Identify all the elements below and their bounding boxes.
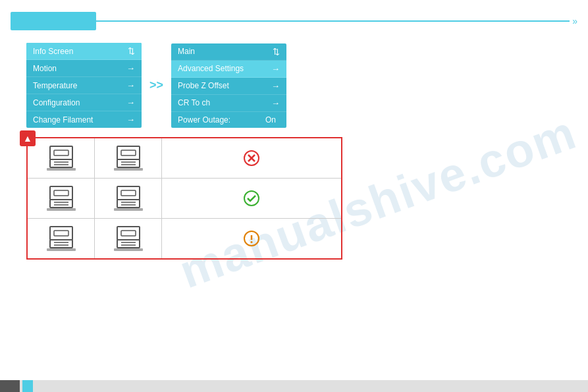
right-menu-item-1-label: Advanced Settings [178, 64, 244, 73]
svg-rect-21 [117, 186, 140, 200]
left-menu-item-0-label: Info Screen [33, 47, 73, 56]
printer-icon-2-0 [45, 225, 78, 252]
svg-rect-29 [54, 231, 68, 236]
printer-icon-0-1 [112, 145, 145, 171]
top-bar-arrow: » [572, 16, 577, 26]
svg-rect-20 [47, 208, 76, 211]
status-table: ▲ [26, 137, 342, 260]
right-menu-item-2-label: Probe Z Offset [178, 81, 229, 90]
warning-badge: ▲ [20, 130, 36, 146]
up-down-arrow-icon-r0: ⇅ [273, 47, 280, 57]
svg-rect-33 [47, 248, 76, 251]
printer-icon-1-0 [45, 185, 78, 211]
right-arrow-icon-4: → [126, 115, 135, 125]
svg-rect-26 [114, 208, 143, 211]
svg-rect-28 [50, 227, 72, 240]
table-row-0 [28, 138, 341, 179]
right-menu-item-4-label: Power Outage: [178, 115, 230, 125]
table-row-2 [28, 219, 341, 258]
right-menu-item-4[interactable]: Power Outage: On [171, 112, 286, 128]
svg-rect-11 [114, 168, 143, 171]
right-menu-item-2[interactable]: Probe Z Offset → [171, 78, 286, 95]
error-circle-icon [243, 150, 260, 167]
left-menu: Info Screen ⇅ Motion → Temperature → Con… [26, 43, 142, 128]
table-cell-0-status [162, 138, 341, 178]
right-menu-item-3[interactable]: CR To ch → [171, 95, 286, 112]
left-menu-item-4[interactable]: Change Filament → [26, 111, 142, 128]
svg-rect-1 [54, 150, 68, 155]
right-menu-item-0-label: Main [178, 47, 195, 56]
table-cell-0-1 [95, 138, 162, 178]
right-arrow-icon-1: → [126, 63, 135, 73]
svg-rect-15 [50, 186, 72, 200]
top-bar-line [96, 20, 570, 22]
svg-rect-34 [117, 227, 140, 240]
footer-teal [22, 380, 33, 392]
left-menu-item-2[interactable]: Temperature → [26, 77, 142, 94]
printer-icon-0-0 [45, 145, 78, 171]
table-cell-1-0 [28, 179, 95, 218]
top-bar-highlight [11, 12, 96, 30]
right-menu-item-4-value: On [265, 115, 280, 125]
svg-rect-30 [50, 240, 72, 248]
right-arrow-icon-r1: → [271, 64, 280, 74]
left-menu-item-1-label: Motion [33, 64, 57, 73]
svg-rect-16 [54, 190, 68, 196]
footer-dark [0, 380, 20, 392]
svg-rect-22 [121, 190, 136, 196]
printer-icon-2-1 [112, 225, 145, 252]
table-cell-0-0 [28, 138, 95, 178]
right-arrow-icon-2: → [126, 80, 135, 90]
right-menu-item-0[interactable]: Main ⇅ [171, 43, 286, 61]
table-cell-1-status [162, 179, 341, 218]
menus-container: Info Screen ⇅ Motion → Temperature → Con… [26, 43, 286, 128]
svg-rect-5 [47, 168, 76, 171]
left-menu-item-1[interactable]: Motion → [26, 60, 142, 77]
svg-rect-23 [117, 200, 140, 208]
svg-rect-7 [121, 150, 136, 155]
svg-rect-6 [117, 146, 140, 159]
chevron-icon: >> [149, 78, 163, 92]
warning-circle-icon [243, 230, 260, 247]
right-menu: Main ⇅ Advanced Settings → Probe Z Offse… [171, 43, 286, 128]
left-menu-item-3-label: Configuration [33, 98, 80, 107]
svg-point-42 [251, 241, 253, 243]
svg-rect-35 [121, 231, 136, 236]
check-circle-icon [243, 190, 260, 207]
left-menu-item-4-label: Change Filament [33, 115, 93, 125]
svg-rect-8 [117, 159, 140, 167]
right-arrow-icon-r3: → [271, 98, 280, 108]
left-menu-item-3[interactable]: Configuration → [26, 94, 142, 111]
svg-rect-0 [50, 146, 72, 159]
right-menu-item-3-label: CR To ch [178, 98, 210, 107]
right-menu-item-1[interactable]: Advanced Settings → [171, 61, 286, 78]
footer [0, 380, 588, 392]
table-row-1 [28, 179, 341, 219]
top-bar: » [0, 12, 588, 30]
table-cell-2-0 [28, 219, 95, 258]
table-cell-1-1 [95, 179, 162, 218]
svg-rect-39 [114, 248, 143, 251]
right-arrow-icon-r2: → [271, 81, 280, 91]
up-down-arrow-icon-0: ⇅ [128, 46, 135, 56]
right-arrow-icon-3: → [126, 98, 135, 107]
table-cell-2-status [162, 219, 341, 258]
svg-rect-2 [50, 159, 72, 167]
svg-rect-17 [50, 200, 72, 208]
svg-point-27 [244, 191, 259, 206]
table-cell-2-1 [95, 219, 162, 258]
left-menu-item-0[interactable]: Info Screen ⇅ [26, 43, 142, 60]
printer-icon-1-1 [112, 185, 145, 211]
left-menu-item-2-label: Temperature [33, 81, 77, 90]
svg-rect-36 [117, 240, 140, 248]
